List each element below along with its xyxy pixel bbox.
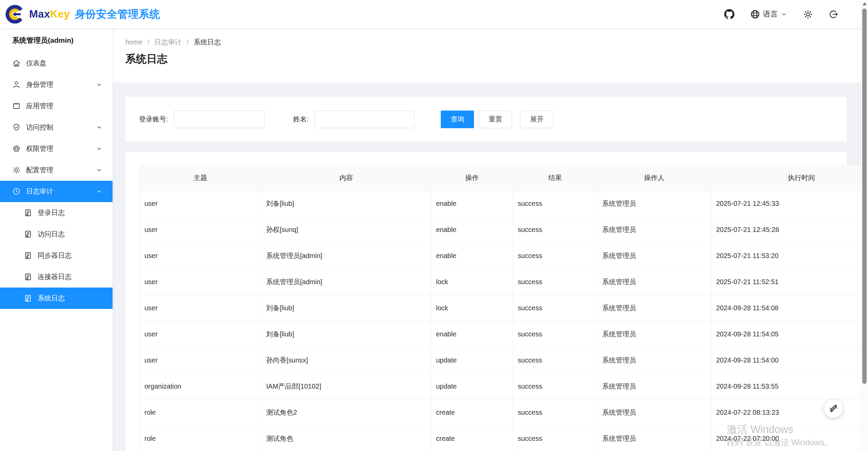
query-button[interactable]: 查询 [441, 111, 474, 128]
sidebar-item[interactable]: 身份管理 [0, 74, 113, 95]
sidebar-item[interactable]: 访问控制 [0, 117, 113, 138]
language-menu[interactable]: 语言 [750, 9, 787, 19]
table-header-row: 主题内容操作结果操作人执行时间 [140, 165, 868, 191]
table-cell: 系统管理员 [597, 347, 711, 373]
sidebar-subitem[interactable]: 登录日志 [0, 202, 113, 223]
table-cell: success [513, 321, 597, 347]
table-row: user系统管理员[admin]enablesuccess系统管理员2025-0… [140, 243, 868, 269]
table-cell: enable [431, 217, 513, 243]
log-icon [24, 209, 32, 217]
chevron-down-icon [781, 11, 787, 18]
column-header: 执行时间 [711, 165, 868, 191]
table-cell: user [140, 243, 261, 269]
table-cell: 2024-09-28 11:54:08 [711, 295, 868, 321]
reset-button[interactable]: 重置 [479, 111, 512, 128]
table-cell: 2025-07-21 11:52:51 [711, 269, 868, 295]
table-cell: success [513, 399, 597, 426]
scrollbar-thumb[interactable] [862, 8, 867, 384]
table-cell: user [140, 321, 261, 347]
breadcrumb: home/日志审计/系统日志 [125, 38, 221, 47]
table-cell: success [513, 295, 597, 321]
chevron-down-icon [96, 124, 102, 131]
chevron-down-icon [96, 81, 102, 88]
table-cell: user [140, 347, 261, 373]
shield-check-icon [12, 123, 21, 132]
breadcrumb-item: 系统日志 [194, 38, 221, 47]
table-cell: 系统管理员 [597, 426, 711, 451]
gear-icon [12, 166, 21, 174]
vertical-scrollbar [861, 0, 868, 451]
search-buttons: 查询 重置 展开 [441, 111, 553, 128]
sidebar-item[interactable]: 配置管理 [0, 159, 113, 181]
name-field-group: 姓名: [293, 111, 415, 128]
breadcrumb-item[interactable]: 日志审计 [155, 38, 182, 47]
breadcrumb-separator: / [147, 38, 150, 46]
log-table-card: 主题内容操作结果操作人执行时间 user刘备[liub]enablesucces… [125, 152, 847, 451]
app-title: MaxKey身份安全管理系统 [29, 7, 160, 21]
table-row: user刘备[liub]enablesuccess系统管理员2025-07-21… [140, 191, 868, 217]
brand[interactable]: MaxKey身份安全管理系统 [0, 3, 160, 25]
brand-max: Max [29, 8, 50, 20]
table-cell: user [140, 217, 261, 243]
history-icon [12, 187, 21, 196]
header-actions: 语言 [724, 9, 868, 19]
sidebar-subitem[interactable]: 系统日志 [0, 288, 113, 309]
table-cell: 系统管理员[admin] [261, 269, 431, 295]
breadcrumb-item[interactable]: home [125, 38, 142, 46]
login-account-input[interactable] [174, 111, 265, 128]
page-header: home/日志审计/系统日志 系统日志 [113, 28, 862, 82]
column-header: 内容 [261, 165, 431, 191]
scroll-up-arrow-icon[interactable] [863, 2, 867, 5]
table-cell: 2025-07-21 11:53:20 [711, 243, 868, 269]
table-cell: 系统管理员 [597, 243, 711, 269]
column-header: 操作 [431, 165, 513, 191]
table-cell: success [513, 373, 597, 399]
table-cell: update [431, 373, 513, 399]
log-icon [24, 230, 32, 238]
chevron-up-icon [96, 188, 102, 195]
maxkey-logo-icon [5, 3, 26, 25]
log-icon [24, 251, 32, 260]
table-cell: user [140, 191, 261, 217]
table-cell: success [513, 243, 597, 269]
sidebar-subitem[interactable]: 同步器日志 [0, 245, 113, 266]
table-cell: user [140, 269, 261, 295]
table-cell: organization [140, 373, 261, 399]
logout-icon[interactable] [829, 9, 839, 19]
table-cell: 孙权[sunq] [261, 217, 431, 243]
sidebar-item[interactable]: 仪表盘 [0, 53, 113, 74]
sidebar-subitem[interactable]: 连接器日志 [0, 266, 113, 288]
sidebar-item[interactable]: 日志审计 [0, 181, 113, 202]
log-icon [24, 294, 32, 302]
table-row: organizationIAM产品部[10102]updatesuccess系统… [140, 373, 868, 399]
table-cell: success [513, 191, 597, 217]
table-row: role测试角色2createsuccess系统管理员2024-07-22 08… [140, 399, 868, 426]
table-cell: enable [431, 321, 513, 347]
page-title: 系统日志 [125, 52, 167, 66]
magic-wand-button[interactable] [824, 399, 843, 418]
table-row: user刘备[liub]locksuccess系统管理员2024-09-28 1… [140, 295, 868, 321]
table-cell: lock [431, 295, 513, 321]
table-cell: create [431, 399, 513, 426]
table-cell: 刘备[liub] [261, 321, 431, 347]
github-icon[interactable] [724, 9, 734, 19]
sidebar-item[interactable]: 应用管理 [0, 95, 113, 117]
brand-suffix: 身份安全管理系统 [75, 8, 160, 20]
login-account-label: 登录账号: [139, 115, 168, 124]
column-header: 结果 [513, 165, 597, 191]
search-card: 登录账号: 姓名: 查询 重置 展开 [125, 97, 847, 142]
table-cell: 系统管理员 [597, 217, 711, 243]
sidebar-menu: 仪表盘 身份管理 应用管理 访问控制 权限管理 配置管理 日志审计 登录日志 访… [0, 53, 113, 309]
table-cell: enable [431, 243, 513, 269]
table-cell: 系统管理员[admin] [261, 243, 431, 269]
name-input[interactable] [314, 111, 414, 128]
table-cell: 2025-07-21 12:45:28 [711, 217, 868, 243]
sidebar-subitem[interactable]: 访问日志 [0, 223, 113, 245]
sidebar-item[interactable]: 权限管理 [0, 138, 113, 159]
expand-button[interactable]: 展开 [520, 111, 553, 128]
table-cell: 系统管理员 [597, 191, 711, 217]
settings-gear-icon[interactable] [803, 9, 813, 19]
table-cell: 刘备[liub] [261, 295, 431, 321]
user-icon [12, 80, 21, 89]
table-cell: 2024-07-22 07:20:00 [711, 426, 868, 451]
